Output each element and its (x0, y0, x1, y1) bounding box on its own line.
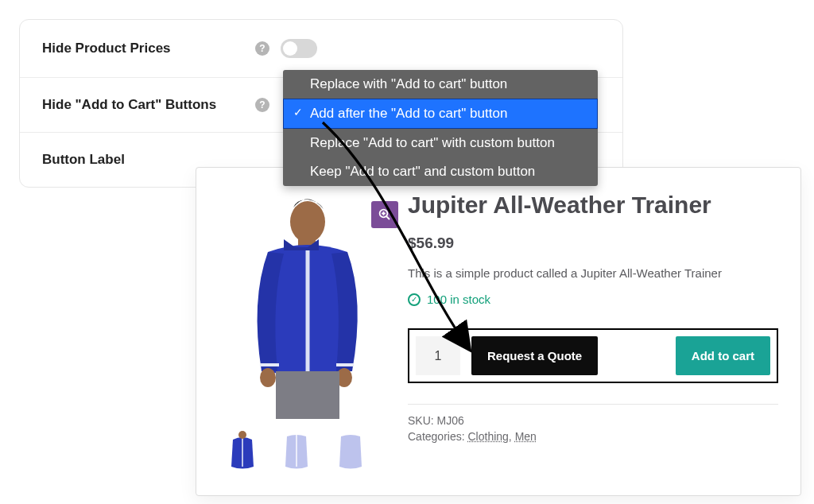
product-thumbnail[interactable] (223, 428, 262, 475)
svg-line-1 (386, 216, 390, 219)
dropdown-option[interactable]: Replace "Add to cart" with custom button (283, 129, 598, 157)
add-to-cart-button[interactable]: Add to cart (676, 336, 770, 375)
setting-label: Button Label (42, 152, 255, 168)
categories-line: Categories: Clothing, Men (408, 430, 778, 443)
stock-text: 100 in stock (427, 293, 490, 306)
setting-label: Hide Product Prices (42, 41, 255, 56)
svg-rect-9 (336, 363, 354, 366)
product-price: $56.99 (408, 235, 778, 252)
product-image-column (219, 187, 386, 481)
help-icon[interactable]: ? (255, 41, 269, 56)
sku-line: SKU: MJ06 (408, 414, 778, 427)
category-link[interactable]: Men (515, 430, 537, 443)
dropdown-option-selected[interactable]: Add after the "Add to cart" button (283, 99, 598, 129)
category-link[interactable]: Clothing (467, 430, 508, 443)
purchase-button-row: Request a Quote Add to cart (408, 328, 778, 383)
dropdown-option[interactable]: Replace with "Add to cart" button (283, 70, 598, 99)
dropdown-menu[interactable]: Replace with "Add to cart" button Add af… (283, 70, 598, 186)
stock-status: ✓ 100 in stock (408, 293, 778, 306)
svg-rect-12 (276, 371, 339, 419)
product-title: Jupiter All-Weather Trainer (408, 192, 778, 219)
product-thumbnails (219, 428, 386, 475)
product-thumbnail[interactable] (277, 428, 316, 475)
svg-point-5 (290, 201, 325, 242)
categories-label: Categories: (408, 430, 465, 443)
quantity-input[interactable] (416, 336, 460, 375)
sku-value: MJ06 (437, 414, 464, 427)
sku-label: SKU: (408, 414, 434, 427)
svg-rect-8 (260, 363, 279, 366)
toggle-hide-prices[interactable] (281, 39, 317, 58)
zoom-icon[interactable] (371, 201, 398, 228)
divider (408, 404, 778, 405)
product-info: Jupiter All-Weather Trainer $56.99 This … (408, 187, 778, 481)
svg-point-15 (238, 431, 246, 439)
product-description: This is a simple product called a Jupite… (408, 266, 778, 280)
request-quote-button[interactable]: Request a Quote (471, 336, 598, 375)
check-circle-icon: ✓ (408, 293, 421, 306)
dropdown-option[interactable]: Keep "Add to cart" and custom button (283, 157, 598, 186)
product-main-image[interactable] (219, 187, 382, 421)
svg-point-10 (260, 368, 276, 387)
setting-label: Hide "Add to Cart" Buttons (42, 97, 255, 113)
product-thumbnail[interactable] (331, 428, 370, 475)
category-separator: , (509, 430, 515, 443)
product-card: Jupiter All-Weather Trainer $56.99 This … (196, 167, 801, 496)
help-icon[interactable]: ? (255, 98, 269, 112)
